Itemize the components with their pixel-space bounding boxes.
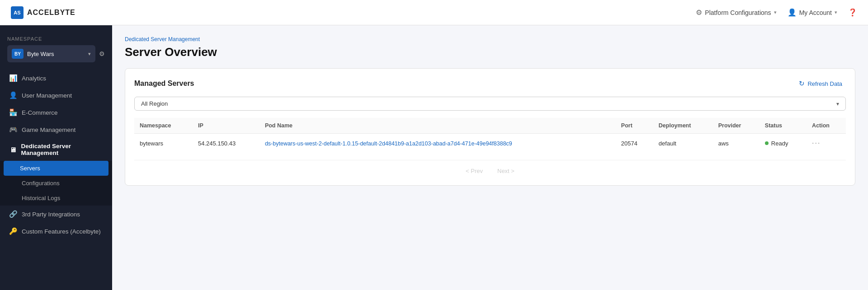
refresh-label: Refresh Data [807,80,842,87]
platform-config-button[interactable]: ⚙ Platform Configurations ▾ [696,8,776,17]
card-title: Managed Servers [134,80,194,88]
sidebar-item-historical-logs[interactable]: Historical Logs [0,191,112,206]
col-status: Status [760,118,807,134]
key-icon: 🔑 [9,227,17,235]
namespace-chevron: ▾ [88,51,91,57]
namespace-selector[interactable]: BY Byte Wars ▾ [7,45,95,62]
sidebar-item-user-management[interactable]: 👤 User Management [0,87,112,104]
cell-status: Ready [760,134,807,153]
prev-button[interactable]: < Prev [462,166,486,176]
person-icon: 👤 [788,8,797,17]
table-row: bytewars 54.245.150.43 ds-bytewars-us-we… [134,134,846,153]
sidebar-item-custom-features[interactable]: 🔑 Custom Features (Accelbyte) [0,223,112,240]
cell-deployment: default [653,134,713,153]
platform-config-label: Platform Configurations [705,9,771,16]
table-body: bytewars 54.245.150.43 ds-bytewars-us-we… [134,134,846,153]
col-pod-name: Pod Name [259,118,616,134]
region-selector-chevron: ▾ [836,101,839,107]
namespace-section: NAMESPACE BY Byte Wars ▾ ⚙ [0,31,112,66]
help-button[interactable]: ❓ [848,8,857,17]
sidebar-item-servers-label: Servers [20,165,40,172]
cell-ip: 54.245.150.43 [193,134,259,153]
namespace-left: BY Byte Wars [12,49,54,59]
region-selector-label: All Region [141,100,833,107]
sidebar-item-configurations-label: Configurations [22,180,60,187]
status-ready: Ready [765,140,801,147]
pagination: < Prev Next > [134,160,846,176]
cell-action[interactable]: ··· [807,134,846,153]
col-port: Port [616,118,653,134]
sidebar-item-analytics[interactable]: 📊 Analytics [0,70,112,87]
gear-icon: ⚙ [696,8,702,17]
user-icon: 👤 [9,91,17,99]
col-deployment: Deployment [653,118,713,134]
sidebar-item-ecommerce[interactable]: 🏪 E-Commerce [0,104,112,121]
sidebar-item-3rd-party-label: 3rd Party Integrations [22,211,80,218]
namespace-gear-icon[interactable]: ⚙ [99,50,105,57]
sidebar-item-configurations[interactable]: Configurations [0,176,112,191]
sidebar-item-user-management-label: User Management [22,92,72,99]
main-content: Dedicated Server Management Server Overv… [112,25,868,290]
platform-config-chevron: ▾ [774,9,777,15]
help-icon: ❓ [848,8,857,17]
cell-port: 20574 [616,134,653,153]
sidebar-sub-items-dedicated-server: Servers Configurations Historical Logs [0,161,112,206]
analytics-icon: 📊 [9,74,17,82]
layout: NAMESPACE BY Byte Wars ▾ ⚙ 📊 Analytics [0,0,868,290]
namespace-name: Byte Wars [27,51,54,57]
sidebar-item-3rd-party[interactable]: 🔗 3rd Party Integrations [0,206,112,223]
sidebar-item-analytics-label: Analytics [22,75,46,82]
logo-text: ACCELBYTE [27,9,75,17]
status-label: Ready [771,140,788,147]
server-icon: 🖥 [9,146,17,154]
cell-pod-name: ds-bytewars-us-west-2-default-1.0.15-def… [259,134,616,153]
managed-servers-card: Managed Servers ↻ Refresh Data All Regio… [125,68,855,186]
sidebar-nav: 📊 Analytics 👤 User Management 🏪 E-Commer… [0,70,112,240]
page-title: Server Overview [125,45,855,59]
col-ip: IP [193,118,259,134]
topbar-right: ⚙ Platform Configurations ▾ 👤 My Account… [696,8,857,17]
ecommerce-icon: 🏪 [9,108,17,117]
col-action: Action [807,118,846,134]
refresh-data-button[interactable]: ↻ Refresh Data [795,78,846,89]
region-selector[interactable]: All Region ▾ [134,97,846,111]
sidebar-item-ecommerce-label: E-Commerce [22,109,58,116]
sidebar-item-game-management[interactable]: 🎮 Game Management [0,121,112,138]
game-icon: 🎮 [9,126,17,134]
namespace-label: NAMESPACE [7,36,105,42]
col-namespace: Namespace [134,118,193,134]
topbar: AS ACCELBYTE ⚙ Platform Configurations ▾… [0,0,868,25]
next-button[interactable]: Next > [494,166,518,176]
action-menu-button[interactable]: ··· [812,139,821,147]
my-account-label: My Account [799,9,832,16]
sidebar-item-game-management-label: Game Management [22,126,75,133]
my-account-chevron: ▾ [835,9,837,15]
logo[interactable]: AS ACCELBYTE [11,6,75,19]
sidebar-item-custom-features-label: Custom Features (Accelbyte) [22,228,101,235]
link-icon: 🔗 [9,210,17,218]
cell-provider: aws [713,134,760,153]
col-provider: Provider [713,118,760,134]
logo-icon: AS [11,6,24,19]
sidebar-group-dedicated-server: 🖥 Dedicated Server Management Servers Co… [0,138,112,206]
sidebar-item-dedicated-server-label: Dedicated Server Management [21,143,103,156]
my-account-button[interactable]: 👤 My Account ▾ [788,8,837,17]
breadcrumb[interactable]: Dedicated Server Management [125,36,855,42]
cell-namespace: bytewars [134,134,193,153]
table-header: Namespace IP Pod Name Port Deployment Pr… [134,118,846,134]
servers-table: Namespace IP Pod Name Port Deployment Pr… [134,118,846,153]
namespace-badge: BY [12,49,24,59]
sidebar: NAMESPACE BY Byte Wars ▾ ⚙ 📊 Analytics [0,25,112,290]
sidebar-item-historical-logs-label: Historical Logs [22,195,60,201]
status-dot-ready [765,141,769,145]
sidebar-item-servers[interactable]: Servers [4,161,108,176]
card-header: Managed Servers ↻ Refresh Data [134,78,846,89]
sidebar-item-dedicated-server[interactable]: 🖥 Dedicated Server Management [0,138,112,161]
refresh-icon: ↻ [799,80,805,88]
